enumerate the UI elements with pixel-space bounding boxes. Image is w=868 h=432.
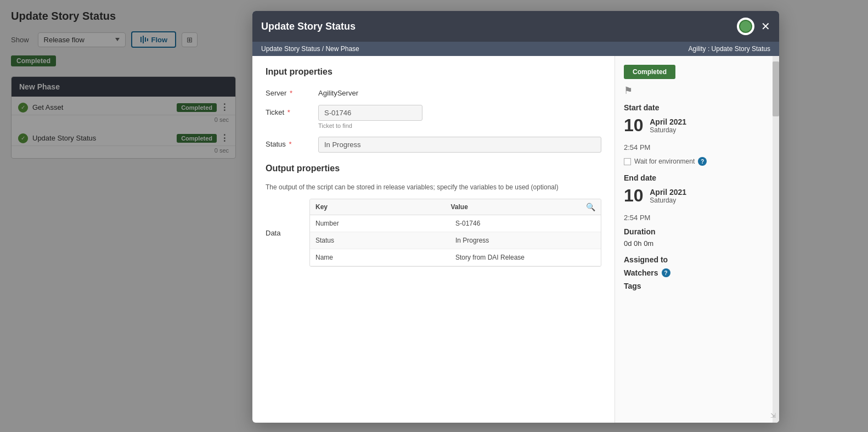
start-date-label: Start date — [624, 103, 770, 112]
start-month: April 2021 — [650, 117, 686, 126]
top-right-label: Agility : Update Story Status — [689, 45, 770, 53]
row-key-0: Number — [315, 220, 455, 227]
breadcrumb: Update Story Status / New Phase — [261, 45, 359, 53]
end-date-label: End date — [624, 173, 770, 182]
completed-status-button[interactable]: Completed — [624, 65, 675, 79]
help-icon[interactable]: ? — [698, 157, 707, 166]
assigned-label: Assigned to — [624, 255, 668, 264]
data-row: Data Key Value 🔍 Number S-01746 — [266, 199, 601, 267]
modal-header: Update Story Status ✕ — [252, 11, 779, 42]
modal-sidebar: Completed ⚑ Start date 10 April 2021 Sat… — [615, 56, 779, 423]
input-properties-title: Input properties — [266, 67, 601, 77]
search-icon[interactable]: 🔍 — [586, 203, 595, 211]
agility-logo-icon — [739, 20, 752, 33]
output-desc: The output of the script can be stored i… — [266, 182, 601, 192]
row-key-2: Name — [315, 254, 455, 261]
ticket-hint: Ticket to find — [318, 122, 601, 129]
tags-label: Tags — [624, 282, 770, 290]
modal: Update Story Status ✕ Update Story Statu… — [252, 11, 779, 423]
data-table-header: Key Value 🔍 — [310, 199, 601, 215]
server-row: Server * AgilityServer — [266, 86, 601, 97]
ticket-label: Ticket — [266, 108, 284, 116]
status-label: Status — [266, 140, 286, 148]
data-table-body: Number S-01746 Status In Progress Name S… — [310, 215, 601, 266]
server-value: AgilityServer — [318, 86, 358, 97]
modal-title: Update Story Status — [261, 21, 356, 32]
flag-icon: ⚑ — [624, 85, 770, 97]
table-row: Number S-01746 — [310, 215, 601, 232]
ticket-row: Ticket * Ticket to find — [266, 105, 601, 129]
status-row: Status * — [266, 137, 601, 153]
wait-env-checkbox[interactable] — [624, 158, 631, 165]
end-date-block: 10 April 2021 Saturday — [624, 186, 770, 206]
duration-value: 0d 0h 0m — [624, 239, 770, 248]
end-month: April 2021 — [650, 188, 686, 197]
col-key-header: Key — [315, 203, 451, 211]
start-date-block: 10 April 2021 Saturday — [624, 115, 770, 136]
watchers-row: Watchers ? — [624, 268, 770, 277]
modal-body: Input properties Server * AgilityServer … — [252, 56, 779, 423]
modal-main: Input properties Server * AgilityServer … — [252, 56, 615, 423]
row-val-2: Story from DAI Release — [455, 254, 595, 261]
table-row: Name Story from DAI Release — [310, 249, 601, 266]
table-row: Status In Progress — [310, 232, 601, 249]
scrollbar-thumb — [773, 61, 779, 116]
resize-handle-icon[interactable]: ⇲ — [770, 412, 776, 419]
required-star-2: * — [288, 108, 290, 116]
end-weekday: Saturday — [650, 197, 686, 204]
required-star: * — [290, 89, 292, 97]
required-star-3: * — [289, 140, 291, 148]
row-val-0: S-01746 — [455, 220, 595, 227]
start-day: 10 — [624, 115, 644, 136]
ticket-input[interactable] — [318, 105, 422, 121]
data-label: Data — [266, 229, 309, 237]
duration-label: Duration — [624, 227, 770, 236]
output-properties-title: Output properties — [266, 164, 601, 173]
row-key-1: Status — [315, 237, 455, 244]
sidebar-scrollbar[interactable] — [773, 56, 779, 423]
server-label: Server — [266, 89, 286, 97]
end-time: 2:54 PM — [624, 214, 770, 222]
start-weekday: Saturday — [650, 126, 686, 134]
output-section: Output properties The output of the scri… — [266, 164, 601, 267]
wait-env-row: Wait for environment ? — [624, 157, 770, 166]
watchers-help-icon[interactable]: ? — [662, 268, 670, 277]
modal-logo — [737, 18, 754, 35]
row-val-1: In Progress — [455, 237, 595, 244]
end-day: 10 — [624, 186, 644, 206]
close-button[interactable]: ✕ — [761, 20, 770, 33]
assigned-row: Assigned to — [624, 255, 770, 264]
data-table: Key Value 🔍 Number S-01746 Status In — [309, 199, 601, 267]
watchers-label: Watchers — [624, 268, 658, 277]
status-input[interactable] — [318, 137, 601, 153]
modal-subheader: Update Story Status / New Phase Agility … — [252, 42, 779, 56]
wait-env-label: Wait for environment — [634, 158, 695, 165]
col-value-header: Value — [451, 203, 587, 211]
start-time: 2:54 PM — [624, 143, 770, 152]
